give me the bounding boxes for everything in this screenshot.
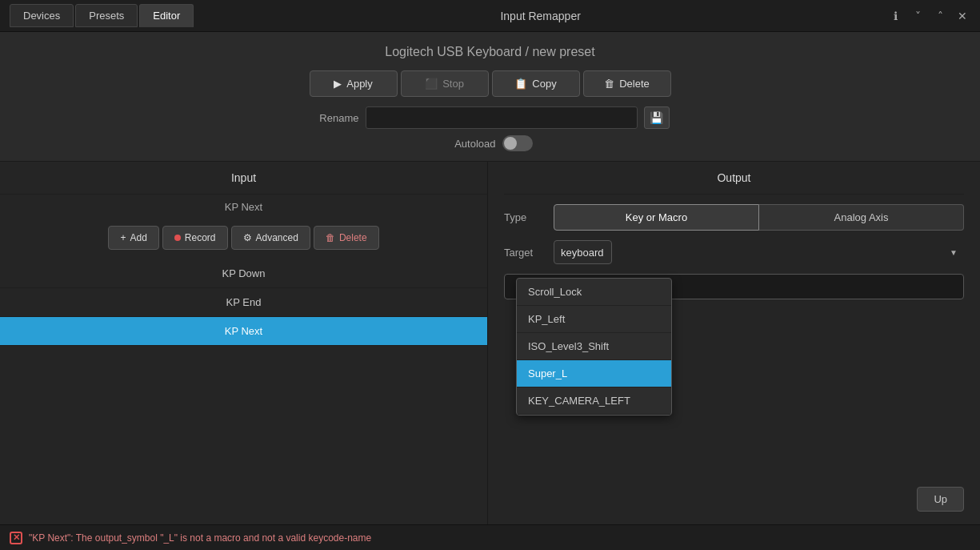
split-panel: Input KP Next + Add Record ⚙ Advanced 🗑 … — [0, 162, 980, 524]
autoload-label: Autoload — [448, 138, 496, 150]
rename-row: Rename 💾 — [0, 106, 980, 129]
delete-input-button[interactable]: 🗑 Delete — [314, 226, 379, 250]
stop-button[interactable]: ⬛ Stop — [401, 70, 489, 97]
toggle-thumb — [504, 137, 517, 150]
play-icon: ▶ — [334, 78, 342, 90]
record-button[interactable]: Record — [162, 226, 228, 250]
dropdown-item[interactable]: KP_Left — [517, 306, 671, 333]
tab-editor[interactable]: Editor — [139, 4, 194, 27]
dropdown-item[interactable]: KEY_CAMERA_LEFT — [517, 387, 671, 415]
type-analog-axis-button[interactable]: Analog Axis — [759, 204, 964, 231]
input-actions: + Add Record ⚙ Advanced 🗑 Delete — [0, 219, 487, 259]
window-controls: ℹ ˅ ˄ ✕ — [887, 8, 970, 24]
advanced-label: Advanced — [256, 232, 298, 243]
copy-icon: 📋 — [514, 78, 527, 90]
record-label: Record — [185, 232, 216, 243]
output-title: Output — [504, 171, 964, 195]
delete-input-icon: 🗑 — [326, 232, 335, 243]
type-buttons: Key or Macro Analog Axis — [554, 204, 964, 231]
maximize-icon[interactable]: ˄ — [932, 8, 948, 24]
info-icon[interactable]: ℹ — [887, 8, 903, 24]
copy-label: Copy — [532, 78, 556, 90]
delete-input-label: Delete — [339, 232, 367, 243]
output-panel: Output Type Key or Macro Analog Axis Tar… — [488, 162, 980, 524]
input-subtitle: KP Next — [0, 195, 487, 219]
advanced-icon: ⚙ — [243, 232, 252, 243]
preset-separator: / — [522, 45, 532, 58]
list-item-active[interactable]: KP Next — [0, 317, 487, 346]
main-content: Logitech USB Keyboard / new preset ▶ App… — [0, 32, 980, 524]
apply-button[interactable]: ▶ Apply — [310, 70, 398, 97]
up-btn-container: Up — [917, 487, 964, 512]
type-row: Type Key or Macro Analog Axis — [504, 204, 964, 231]
target-select-wrapper: keyboard mouse gamepad — [554, 240, 964, 264]
target-label: Target — [504, 247, 544, 259]
input-panel: Input KP Next + Add Record ⚙ Advanced 🗑 … — [0, 162, 488, 524]
type-key-macro-button[interactable]: Key or Macro — [554, 204, 759, 231]
preset-title: Logitech USB Keyboard / new preset — [0, 45, 980, 59]
autoload-toggle[interactable] — [502, 135, 533, 151]
add-icon: + — [120, 232, 126, 243]
status-error-icon: ✕ — [10, 532, 22, 544]
target-select[interactable]: keyboard mouse gamepad — [554, 240, 612, 264]
dropdown-scroll[interactable]: Scroll_Lock KP_Left ISO_Level3_Shift Sup… — [517, 279, 671, 415]
minimize-icon[interactable]: ˅ — [910, 8, 926, 24]
rename-input[interactable] — [366, 106, 638, 129]
close-icon[interactable]: ✕ — [954, 8, 970, 24]
stop-icon: ⬛ — [425, 78, 438, 90]
rename-label: Rename — [311, 112, 359, 124]
key-dropdown: Scroll_Lock KP_Left ISO_Level3_Shift Sup… — [516, 278, 672, 416]
stop-label: Stop — [442, 78, 464, 90]
header-section: Logitech USB Keyboard / new preset ▶ App… — [0, 32, 980, 162]
rename-save-button[interactable]: 💾 — [644, 106, 670, 129]
delete-icon: 🗑 — [604, 78, 614, 90]
delete-label: Delete — [619, 78, 650, 90]
up-button[interactable]: Up — [917, 487, 964, 512]
app-title: Input Remapper — [194, 10, 887, 22]
list-item[interactable]: KP End — [0, 288, 487, 317]
status-message: "KP Next": The output_symbol "_L" is not… — [29, 532, 371, 544]
statusbar: ✕ "KP Next": The output_symbol "_L" is n… — [0, 524, 980, 550]
delete-preset-button[interactable]: 🗑 Delete — [583, 70, 671, 97]
add-button[interactable]: + Add — [108, 226, 158, 250]
tab-devices[interactable]: Devices — [10, 4, 74, 27]
input-title: Input — [0, 162, 487, 195]
dropdown-item[interactable]: ISO_Level3_Shift — [517, 333, 671, 360]
list-item[interactable]: KP Down — [0, 259, 487, 288]
type-label: Type — [504, 211, 544, 223]
toolbar: ▶ Apply ⬛ Stop 📋 Copy 🗑 Delete — [0, 70, 980, 97]
titlebar: Devices Presets Editor Input Remapper ℹ … — [0, 0, 980, 32]
dropdown-item-selected[interactable]: Super_L — [517, 360, 671, 387]
add-label: Add — [130, 232, 146, 243]
save-icon: 💾 — [650, 111, 663, 124]
dropdown-item[interactable]: Scroll_Lock — [517, 279, 671, 306]
record-dot-icon — [174, 235, 181, 241]
preset-name: new preset — [532, 45, 594, 58]
advanced-button[interactable]: ⚙ Advanced — [231, 226, 310, 250]
input-list: KP Down KP End KP Next — [0, 259, 487, 524]
titlebar-tabs: Devices Presets Editor — [10, 4, 194, 27]
autoload-row: Autoload — [0, 135, 980, 151]
tab-presets[interactable]: Presets — [75, 4, 138, 27]
preset-device: Logitech USB Keyboard — [385, 45, 522, 58]
target-row: Target keyboard mouse gamepad — [504, 240, 964, 264]
apply-label: Apply — [346, 78, 373, 90]
copy-button[interactable]: 📋 Copy — [492, 70, 580, 97]
